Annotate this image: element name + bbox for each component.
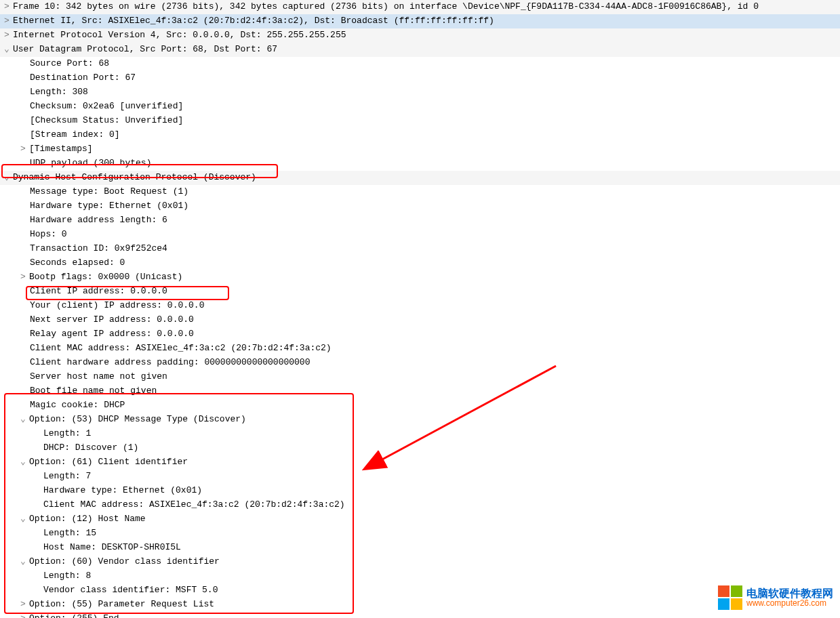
chevron-down-icon[interactable]: ⌄ <box>19 455 27 469</box>
field-value: Option: (61) Client identifier <box>29 457 188 467</box>
field-value: [Stream index: 0] <box>30 129 120 140</box>
tree-row-opt12[interactable]: ⌄Option: (12) Host Name <box>0 512 840 527</box>
field-value: DHCP: Discover (1) <box>43 442 138 453</box>
tree-row[interactable]: Length: 1 <box>0 427 840 441</box>
tree-row[interactable]: Next server IP address: 0.0.0.0 <box>0 313 840 327</box>
field-value: Server host name not given <box>30 371 167 382</box>
field-value: Host Name: DESKTOP-SHR0I5L <box>43 542 181 552</box>
field-value: Hardware type: Ethernet (0x01) <box>43 485 202 495</box>
tree-row[interactable]: DHCP: Discover (1) <box>0 441 840 455</box>
tree-row[interactable]: Hardware type: Ethernet (0x01) <box>0 199 840 213</box>
tree-row-frame[interactable]: >Frame 10: 342 bytes on wire (2736 bits)… <box>0 0 840 14</box>
tree-row[interactable]: Host Name: DESKTOP-SHR0I5L <box>0 541 840 555</box>
chevron-right-icon[interactable]: > <box>3 0 11 14</box>
chevron-down-icon[interactable]: ⌄ <box>3 43 11 56</box>
tree-row[interactable]: Client hardware address padding: 0000000… <box>0 356 840 370</box>
watermark-title: 电脑软硬件教程网 <box>746 588 833 600</box>
chevron-down-icon[interactable]: ⌄ <box>19 512 27 526</box>
field-value: Option: (255) End <box>29 613 119 618</box>
field-value: Checksum: 0x2ea6 [unverified] <box>30 101 183 111</box>
field-value: Length: 308 <box>30 87 88 97</box>
tree-row[interactable]: Vendor class identifier: MSFT 5.0 <box>0 583 840 598</box>
tree-row-opt255[interactable]: >Option: (255) End <box>0 612 840 618</box>
field-value: UDP payload (300 bytes) <box>30 158 151 168</box>
tree-row[interactable]: Magic cookie: DHCP <box>0 398 840 413</box>
field-value: Length: 8 <box>43 571 91 581</box>
tree-row-dhcp[interactable]: ⌄Dynamic Host Configuration Protocol (Di… <box>0 171 840 185</box>
tree-row[interactable]: Length: 8 <box>0 569 840 583</box>
tree-row[interactable]: Source Port: 68 <box>0 57 840 71</box>
tree-row[interactable]: Client IP address: 0.0.0.0 <box>0 285 840 299</box>
field-value: Length: 15 <box>43 528 96 538</box>
tree-row[interactable]: [Stream index: 0] <box>0 128 840 142</box>
tree-row[interactable]: Server host name not given <box>0 370 840 384</box>
watermark: 电脑软硬件教程网 www.computer26.com <box>718 585 833 610</box>
field-value: [Timestamps] <box>29 144 93 154</box>
tree-row[interactable]: UDP payload (300 bytes) <box>0 157 840 171</box>
field-value: Your (client) IP address: 0.0.0.0 <box>30 300 204 310</box>
field-value: Option: (12) Host Name <box>29 514 146 524</box>
field-value: Client MAC address: ASIXElec_4f:3a:c2 (2… <box>30 343 332 353</box>
tree-row-opt61[interactable]: ⌄Option: (61) Client identifier <box>0 455 840 470</box>
dhcp-summary: Dynamic Host Configuration Protocol (Dis… <box>13 172 256 182</box>
field-value: Destination Port: 67 <box>30 73 136 83</box>
field-value: Client MAC address: ASIXElec_4f:3a:c2 (2… <box>43 499 345 510</box>
tree-row[interactable]: Hops: 0 <box>0 228 840 242</box>
chevron-right-icon[interactable]: > <box>3 28 11 42</box>
tree-row[interactable]: Hardware address length: 6 <box>0 213 840 228</box>
chevron-down-icon[interactable]: ⌄ <box>19 555 27 569</box>
watermark-url: www.computer26.com <box>746 599 833 608</box>
chevron-down-icon[interactable]: ⌄ <box>19 413 27 426</box>
field-value: Length: 7 <box>43 471 91 481</box>
field-value: Vendor class identifier: MSFT 5.0 <box>43 585 218 595</box>
tree-row[interactable]: Length: 308 <box>0 85 840 100</box>
tree-row[interactable]: Length: 15 <box>0 527 840 541</box>
chevron-right-icon[interactable]: > <box>19 598 27 611</box>
tree-row[interactable]: Relay agent IP address: 0.0.0.0 <box>0 327 840 342</box>
watermark-logo-icon <box>718 585 742 610</box>
field-value: Option: (60) Vendor class identifier <box>29 556 220 566</box>
ethernet-summary: Ethernet II, Src: ASIXElec_4f:3a:c2 (20:… <box>13 16 494 26</box>
field-value: Option: (53) DHCP Message Type (Discover… <box>29 414 246 424</box>
field-value: Relay agent IP address: 0.0.0.0 <box>30 329 194 339</box>
udp-summary: User Datagram Protocol, Src Port: 68, Ds… <box>13 44 277 54</box>
tree-row-timestamps[interactable]: >[Timestamps] <box>0 142 840 157</box>
field-value: Source Port: 68 <box>30 58 109 68</box>
tree-row[interactable]: Checksum: 0x2ea6 [unverified] <box>0 100 840 114</box>
tree-row[interactable]: Seconds elapsed: 0 <box>0 256 840 270</box>
tree-row[interactable]: Transaction ID: 0x9f252ce4 <box>0 242 840 256</box>
tree-row-bootp-flags[interactable]: >Bootp flags: 0x0000 (Unicast) <box>0 270 840 285</box>
field-value: Seconds elapsed: 0 <box>30 258 125 268</box>
field-value: Boot file name not given <box>30 386 157 396</box>
tree-row-ip[interactable]: >Internet Protocol Version 4, Src: 0.0.0… <box>0 28 840 43</box>
ip-summary: Internet Protocol Version 4, Src: 0.0.0.… <box>13 30 346 40</box>
chevron-right-icon[interactable]: > <box>19 142 27 156</box>
field-value: Hops: 0 <box>30 229 67 239</box>
tree-row[interactable]: Client MAC address: ASIXElec_4f:3a:c2 (2… <box>0 498 840 512</box>
field-value: [Checksum Status: Unverified] <box>30 115 183 125</box>
tree-row-ethernet[interactable]: >Ethernet II, Src: ASIXElec_4f:3a:c2 (20… <box>0 14 840 28</box>
chevron-down-icon[interactable]: ⌄ <box>3 171 11 184</box>
field-value: Length: 1 <box>43 428 91 438</box>
chevron-right-icon[interactable]: > <box>19 270 27 284</box>
tree-row[interactable]: Hardware type: Ethernet (0x01) <box>0 484 840 498</box>
tree-row-opt60[interactable]: ⌄Option: (60) Vendor class identifier <box>0 555 840 569</box>
tree-row-yiaddr[interactable]: Your (client) IP address: 0.0.0.0 <box>0 299 840 313</box>
frame-summary: Frame 10: 342 bytes on wire (2736 bits),… <box>13 1 759 12</box>
chevron-right-icon[interactable]: > <box>19 612 27 618</box>
tree-row[interactable]: Client MAC address: ASIXElec_4f:3a:c2 (2… <box>0 342 840 356</box>
tree-row-udp[interactable]: ⌄User Datagram Protocol, Src Port: 68, D… <box>0 43 840 57</box>
field-value: Next server IP address: 0.0.0.0 <box>30 314 194 325</box>
tree-row-opt53[interactable]: ⌄Option: (53) DHCP Message Type (Discove… <box>0 413 840 427</box>
field-value: Transaction ID: 0x9f252ce4 <box>30 243 167 253</box>
field-value: Magic cookie: DHCP <box>30 400 125 410</box>
tree-row[interactable]: Boot file name not given <box>0 384 840 398</box>
tree-row[interactable]: Message type: Boot Request (1) <box>0 185 840 199</box>
field-value: Hardware address length: 6 <box>30 215 167 225</box>
tree-row-opt55[interactable]: >Option: (55) Parameter Request List <box>0 598 840 612</box>
tree-row[interactable]: [Checksum Status: Unverified] <box>0 114 840 128</box>
tree-row[interactable]: Length: 7 <box>0 470 840 484</box>
tree-row[interactable]: Destination Port: 67 <box>0 71 840 85</box>
chevron-right-icon[interactable]: > <box>3 14 11 28</box>
field-value: Hardware type: Ethernet (0x01) <box>30 201 188 211</box>
